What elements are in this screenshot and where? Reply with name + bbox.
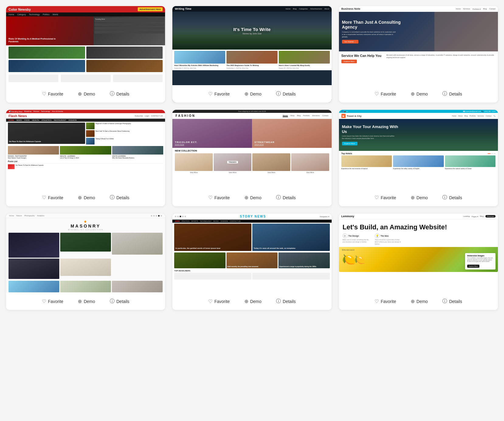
demo-btn-4[interactable]: ⊕ Demo bbox=[75, 193, 97, 202]
globe-icon-2: ⊕ bbox=[244, 91, 248, 97]
heart-icon-3: ♡ bbox=[375, 91, 379, 97]
globe-icon-7: ⊕ bbox=[78, 298, 82, 304]
details-btn-4[interactable]: ⓘ Details bbox=[107, 193, 132, 202]
actions-card-1: ♡ Favorite ⊕ Demo ⓘ Details bbox=[6, 85, 165, 103]
card-fashion: Free shipping on all orders over $128 FA… bbox=[172, 110, 331, 206]
preview-lemmony: Lemmony Landing Pages ▾ Blog Showcase Le… bbox=[339, 214, 498, 293]
info-icon-8: ⓘ bbox=[276, 298, 281, 304]
card-lemmony: Lemmony Landing Pages ▾ Blog Showcase Le… bbox=[339, 214, 498, 310]
heart-icon-4: ♡ bbox=[42, 195, 46, 200]
favorite-btn-9[interactable]: ♡ Favorite bbox=[372, 297, 399, 305]
card-writing-time: Writing Time Home Blog Categories Advert… bbox=[172, 6, 331, 103]
heart-icon-5: ♡ bbox=[208, 195, 212, 200]
info-icon-2: ⓘ bbox=[276, 91, 281, 97]
card-business-note: Business Note Home Services Portfolio ▾ … bbox=[339, 6, 498, 103]
card-tour-travel: 📘 📷 in 📧 example@gmail.com 📞 (042) 987 1… bbox=[339, 110, 498, 206]
actions-card-4: ♡ Favorite ⊕ Demo ⓘ Details bbox=[6, 189, 165, 206]
demo-btn-7[interactable]: ⊕ Demo bbox=[75, 297, 97, 305]
favorite-btn-1[interactable]: ♡ Favorite bbox=[40, 90, 66, 98]
demo-btn-6[interactable]: ⊕ Demo bbox=[408, 193, 430, 202]
actions-card-6: ♡ Favorite ⊕ Demo ⓘ Details bbox=[339, 189, 498, 206]
preview-flash-news: 📢 Trending Now Breaking Fitness Technolo… bbox=[6, 110, 165, 189]
heart-icon-9: ♡ bbox=[375, 298, 379, 304]
ad-badge: Advertisement Here bbox=[138, 7, 163, 11]
globe-icon-8: ⊕ bbox=[244, 298, 248, 304]
info-icon-7: ⓘ bbox=[110, 298, 115, 304]
demo-btn-3[interactable]: ⊕ Demo bbox=[408, 90, 430, 98]
favorite-btn-2[interactable]: ♡ Favorite bbox=[206, 90, 232, 98]
info-icon-6: ⓘ bbox=[442, 194, 447, 201]
demo-btn-8[interactable]: ⊕ Demo bbox=[242, 297, 264, 305]
favorite-btn-6[interactable]: ♡ Favorite bbox=[372, 193, 399, 202]
info-icon-5: ⓘ bbox=[276, 194, 281, 201]
heart-icon-8: ♡ bbox=[208, 298, 212, 304]
preview-tour-travel: 📘 📷 in 📧 example@gmail.com 📞 (042) 987 1… bbox=[339, 110, 498, 189]
preview-color-newsby: Color Newsby Advertisement Here HomeCate… bbox=[6, 6, 165, 85]
demo-btn-2[interactable]: ⊕ Demo bbox=[242, 90, 264, 98]
heart-icon-7: ♡ bbox=[42, 298, 46, 304]
demo-btn-5[interactable]: ⊕ Demo bbox=[242, 193, 264, 202]
demo-btn-1[interactable]: ⊕ Demo bbox=[75, 90, 97, 98]
info-icon-4: ⓘ bbox=[110, 194, 115, 201]
globe-icon-4: ⊕ bbox=[78, 195, 82, 200]
globe-icon-9: ⊕ bbox=[411, 298, 415, 304]
info-icon-3: ⓘ bbox=[442, 91, 447, 97]
favorite-btn-8[interactable]: ♡ Favorite bbox=[206, 297, 232, 305]
details-btn-5[interactable]: ⓘ Details bbox=[274, 193, 298, 202]
preview-business-note: Business Note Home Services Portfolio ▾ … bbox=[339, 6, 498, 85]
globe-icon: ⊕ bbox=[78, 91, 82, 97]
card-masonry: Home Nature Photography Analytics 🔶 bbox=[6, 214, 165, 310]
heart-icon-6: ♡ bbox=[375, 195, 379, 200]
theme-grid: Color Newsby Advertisement Here HomeCate… bbox=[6, 6, 498, 310]
actions-card-5: ♡ Favorite ⊕ Demo ⓘ Details bbox=[172, 189, 331, 206]
preview-masonry: Home Nature Photography Analytics 🔶 bbox=[6, 214, 165, 293]
details-btn-2[interactable]: ⓘ Details bbox=[274, 89, 298, 98]
globe-icon-6: ⊕ bbox=[411, 195, 415, 200]
actions-card-7: ♡ Favorite ⊕ Demo ⓘ Details bbox=[6, 293, 165, 310]
favorite-btn-7[interactable]: ♡ Favorite bbox=[40, 297, 66, 305]
favorite-btn-4[interactable]: ♡ Favorite bbox=[40, 193, 66, 202]
details-btn-8[interactable]: ⓘ Details bbox=[274, 297, 298, 306]
heart-icon: ♡ bbox=[42, 91, 46, 97]
logo-color-newsby: Color Newsby bbox=[9, 8, 31, 11]
actions-card-2: ♡ Favorite ⊕ Demo ⓘ Details bbox=[172, 85, 331, 103]
card-flash-news: 📢 Trending Now Breaking Fitness Technolo… bbox=[6, 110, 165, 206]
actions-card-8: ♡ Favorite ⊕ Demo ⓘ Details bbox=[172, 293, 331, 310]
favorite-btn-5[interactable]: ♡ Favorite bbox=[206, 193, 232, 202]
globe-icon-3: ⊕ bbox=[411, 91, 415, 97]
info-icon: ⓘ bbox=[110, 91, 115, 97]
card-story-news: STORY NEWS Navigation ▾ HOME POLITICS SP… bbox=[172, 214, 331, 310]
details-btn-1[interactable]: ⓘ Details bbox=[107, 89, 132, 98]
actions-card-9: ♡ Favorite ⊕ Demo ⓘ Details bbox=[339, 293, 498, 310]
globe-icon-5: ⊕ bbox=[244, 195, 248, 200]
card-color-newsby: Color Newsby Advertisement Here HomeCate… bbox=[6, 6, 165, 103]
heart-icon-2: ♡ bbox=[208, 91, 212, 97]
preview-fashion: Free shipping on all orders over $128 FA… bbox=[172, 110, 331, 189]
preview-story-news: STORY NEWS Navigation ▾ HOME POLITICS SP… bbox=[172, 214, 331, 293]
actions-card-3: ♡ Favorite ⊕ Demo ⓘ Details bbox=[339, 85, 498, 103]
favorite-btn-3[interactable]: ♡ Favorite bbox=[372, 90, 399, 98]
details-btn-7[interactable]: ⓘ Details bbox=[107, 297, 132, 306]
demo-btn-9[interactable]: ⊕ Demo bbox=[408, 297, 430, 305]
preview-writing-time: Writing Time Home Blog Categories Advert… bbox=[172, 6, 331, 85]
details-btn-6[interactable]: ⓘ Details bbox=[440, 193, 464, 202]
details-btn-9[interactable]: ⓘ Details bbox=[440, 297, 464, 306]
info-icon-9: ⓘ bbox=[442, 298, 447, 304]
details-btn-3[interactable]: ⓘ Details bbox=[440, 89, 464, 98]
